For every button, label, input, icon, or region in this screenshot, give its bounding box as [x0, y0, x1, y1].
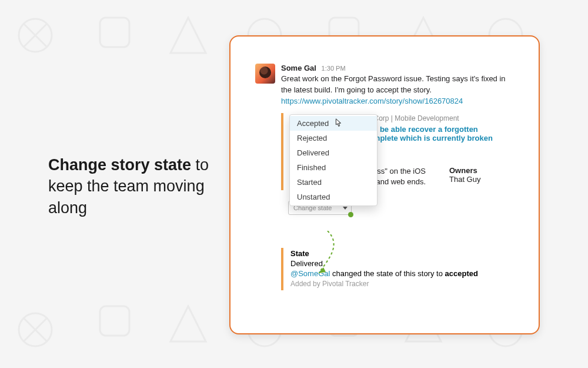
headline-bold-2: state	[154, 156, 191, 174]
owners-value: That Guy	[449, 175, 514, 184]
slack-message-card: Some Gal 1:30 PM Great work on the Forgo…	[229, 35, 540, 334]
state-option-unstarted[interactable]: Unstarted	[290, 190, 377, 204]
state-option-finished[interactable]: Finished	[290, 160, 377, 175]
state-option-rejected[interactable]: Rejected	[290, 131, 377, 145]
message-timestamp: 1:30 PM	[322, 65, 346, 72]
attachment-footer: Added by Pivotal Tracker	[290, 280, 514, 288]
state-option-started[interactable]: Started	[290, 175, 377, 190]
story-url-link[interactable]: https://www.pivotaltracker.com/story/sho…	[281, 97, 463, 105]
connector-dot	[348, 212, 353, 217]
headline-bold-1: Change story	[48, 156, 150, 174]
state-value: Delivered	[290, 259, 514, 268]
message-text: Great work on the Forgot Password issue.…	[281, 74, 514, 107]
avatar[interactable]	[255, 64, 275, 84]
state-dropdown-menu: Accepted Rejected Delivered Finished Sta…	[289, 114, 377, 206]
state-change-new-state: accepted	[445, 269, 478, 278]
marketing-headline: Change story state to keep the team movi…	[48, 154, 213, 218]
state-change-actor[interactable]: @SomeGal	[290, 269, 330, 278]
state-option-delivered[interactable]: Delivered	[290, 145, 377, 160]
author-name[interactable]: Some Gal	[281, 64, 316, 72]
state-label: State	[290, 249, 514, 258]
chevron-down-icon	[343, 207, 348, 210]
state-change-attachment: State Delivered @SomeGal changed the sta…	[281, 248, 514, 290]
owners-label: Owners	[449, 166, 514, 175]
state-option-accepted[interactable]: Accepted	[290, 116, 377, 131]
state-change-text: changed the state of this story to	[330, 269, 445, 278]
